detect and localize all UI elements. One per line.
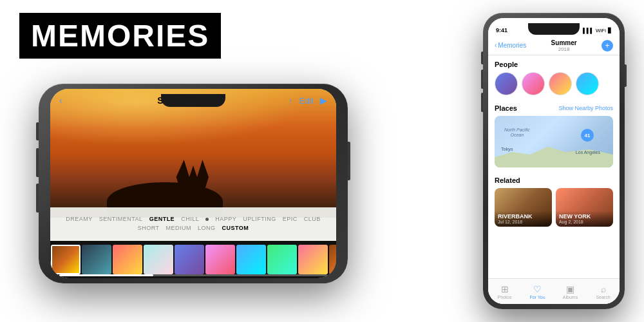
mood-club[interactable]: CLUB bbox=[304, 216, 321, 222]
tab-bar: ⊞ Photos ♡ For You ▣ Albums ⌕ Search bbox=[488, 278, 620, 304]
tab-albums[interactable]: ▣ Albums bbox=[554, 284, 587, 299]
nav-plus-button[interactable]: + bbox=[601, 40, 613, 52]
signal-icon: ▌▌▌ bbox=[583, 28, 594, 33]
mood-uplifting[interactable]: UPLIFTING bbox=[243, 216, 276, 222]
film-thumb-4[interactable] bbox=[144, 245, 173, 274]
right-mute-button bbox=[481, 52, 483, 64]
edit-button[interactable]: Edit bbox=[299, 96, 314, 106]
film-thumb-10[interactable] bbox=[329, 245, 336, 274]
film-thumb-8[interactable] bbox=[267, 245, 297, 274]
nav-subtitle: 2018 bbox=[551, 46, 577, 52]
duration-short[interactable]: SHORT bbox=[138, 225, 160, 231]
mood-happy[interactable]: HAPPY bbox=[215, 216, 236, 222]
for-you-tab-icon: ♡ bbox=[533, 284, 542, 294]
mood-sentimental[interactable]: SENTIMENTAL bbox=[99, 216, 143, 222]
left-iphone: ‹ Summer ↑ Edit ▶ DREAMY SENTIMENTAL GEN… bbox=[39, 84, 348, 283]
right-power-button bbox=[625, 64, 627, 87]
film-thumb-7[interactable] bbox=[236, 245, 266, 274]
film-thumb-2[interactable] bbox=[82, 245, 111, 274]
map-pin[interactable]: 41 bbox=[581, 129, 594, 142]
person-avatar-1[interactable] bbox=[495, 72, 518, 95]
nav-title-group: Summer 2018 bbox=[551, 39, 577, 52]
photos-tab-icon: ⊞ bbox=[501, 284, 509, 294]
mood-dreamy[interactable]: DREAMY bbox=[66, 216, 93, 222]
related-row: RIVERBANK Jul 12, 2018 NEW YORK Aug 2, 2… bbox=[488, 188, 620, 227]
film-thumb-1[interactable] bbox=[51, 245, 80, 274]
play-button[interactable]: ▶ bbox=[320, 95, 327, 106]
duration-custom[interactable]: CUSTOM bbox=[222, 225, 249, 231]
playback-progress[interactable] bbox=[59, 274, 327, 276]
places-header: Places Show Nearby Photos bbox=[488, 102, 620, 116]
tab-photos[interactable]: ⊞ Photos bbox=[488, 284, 521, 299]
notch bbox=[161, 94, 225, 107]
card-date-1: Jul 12, 2018 bbox=[498, 220, 549, 224]
map-la-label: Los Angeles bbox=[576, 150, 600, 155]
albums-tab-label: Albums bbox=[563, 295, 578, 299]
mood-row-1: DREAMY SENTIMENTAL GENTLE CHILL HAPPY UP… bbox=[66, 216, 320, 222]
search-tab-icon: ⌕ bbox=[601, 284, 606, 294]
duration-medium[interactable]: MEDIUM bbox=[166, 225, 191, 231]
film-thumb-9[interactable] bbox=[298, 245, 328, 274]
mood-row-2: SHORT MEDIUM LONG CUSTOM bbox=[138, 225, 249, 231]
film-thumb-5[interactable] bbox=[175, 245, 204, 274]
nearby-photos-link[interactable]: Show Nearby Photos bbox=[558, 105, 613, 111]
map-land bbox=[495, 142, 613, 167]
filmstrip[interactable] bbox=[50, 241, 336, 278]
share-icon[interactable]: ↑ bbox=[289, 96, 293, 106]
portrait-notch bbox=[528, 23, 580, 35]
volume-down-button bbox=[36, 184, 39, 213]
scroll-content[interactable]: People Places Show Nearby Photos bbox=[488, 55, 620, 278]
status-time: 9:41 bbox=[496, 27, 507, 33]
places-section-label: Places bbox=[495, 104, 517, 112]
map-area[interactable]: North PacificOcean Tokyo Los Angeles 41 bbox=[495, 116, 613, 167]
map-tokyo-label: Tokyo bbox=[501, 147, 513, 151]
tab-for-you[interactable]: ♡ For You bbox=[521, 284, 554, 299]
related-card-newyork[interactable]: NEW YORK Aug 2, 2018 bbox=[556, 188, 613, 227]
left-phone-screen: ‹ Summer ↑ Edit ▶ DREAMY SENTIMENTAL GEN… bbox=[50, 89, 336, 278]
status-icons: ▌▌▌ WiFi ▊ bbox=[583, 28, 612, 33]
app-title: MEMORIES bbox=[31, 19, 209, 53]
right-vol-down-button bbox=[481, 93, 483, 112]
right-iphone: 9:41 ▌▌▌ WiFi ▊ ‹ Memories Summer bbox=[483, 13, 625, 309]
right-vol-up-button bbox=[481, 70, 483, 89]
nav-back-button[interactable]: ‹ Memories bbox=[495, 42, 526, 49]
portrait-content: 9:41 ▌▌▌ WiFi ▊ ‹ Memories Summer bbox=[488, 18, 620, 304]
top-actions: ↑ Edit ▶ bbox=[289, 95, 327, 106]
title-box: MEMORIES bbox=[19, 13, 221, 59]
search-tab-label: Search bbox=[596, 295, 610, 299]
mood-selector: DREAMY SENTIMENTAL GENTLE CHILL HAPPY UP… bbox=[50, 207, 336, 240]
film-thumb-3[interactable] bbox=[113, 245, 142, 274]
wifi-icon: WiFi bbox=[596, 28, 606, 33]
person-avatar-3[interactable] bbox=[549, 72, 572, 95]
nav-main-title: Summer bbox=[551, 39, 577, 46]
related-card-riverbank[interactable]: RIVERBANK Jul 12, 2018 bbox=[495, 188, 552, 227]
screen-content: ‹ Summer ↑ Edit ▶ DREAMY SENTIMENTAL GEN… bbox=[50, 89, 336, 278]
card-title-1: RIVERBANK bbox=[498, 213, 549, 220]
card-title-2: NEW YORK bbox=[559, 213, 610, 220]
progress-fill bbox=[59, 274, 153, 276]
related-section-label: Related bbox=[488, 174, 620, 188]
people-row bbox=[488, 72, 620, 102]
card-label-1: RIVERBANK Jul 12, 2018 bbox=[495, 211, 552, 227]
plus-icon: + bbox=[605, 42, 609, 50]
duration-long[interactable]: LONG bbox=[198, 225, 216, 231]
power-button bbox=[348, 142, 350, 180]
film-thumb-6[interactable] bbox=[205, 245, 235, 274]
mood-chill[interactable]: CHILL bbox=[181, 216, 199, 222]
albums-tab-icon: ▣ bbox=[566, 284, 574, 294]
volume-up-button bbox=[36, 148, 39, 177]
tab-search[interactable]: ⌕ Search bbox=[587, 284, 620, 299]
map-pacific-label: North PacificOcean bbox=[504, 128, 530, 138]
mute-button bbox=[36, 122, 39, 140]
mood-dot bbox=[205, 218, 209, 221]
battery-icon: ▊ bbox=[608, 28, 612, 33]
mood-gentle[interactable]: GENTLE bbox=[149, 216, 175, 222]
person-avatar-4[interactable] bbox=[576, 72, 599, 95]
mood-epic[interactable]: EPIC bbox=[283, 216, 298, 222]
back-button[interactable]: ‹ bbox=[59, 95, 62, 106]
nav-back-icon: ‹ bbox=[495, 42, 497, 49]
nav-bar: ‹ Memories Summer 2018 + bbox=[488, 36, 620, 55]
right-phone-screen: 9:41 ▌▌▌ WiFi ▊ ‹ Memories Summer bbox=[488, 18, 620, 304]
card-label-2: NEW YORK Aug 2, 2018 bbox=[556, 211, 613, 227]
person-avatar-2[interactable] bbox=[522, 72, 545, 95]
